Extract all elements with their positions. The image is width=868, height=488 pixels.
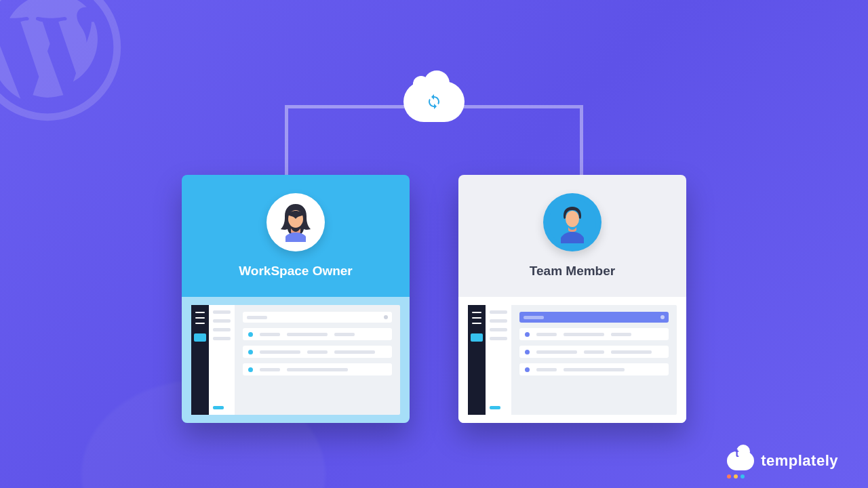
dark-sidebar	[468, 305, 486, 415]
light-sidebar	[209, 305, 235, 415]
cloud-sync-node	[403, 81, 465, 122]
dashboard-topbar	[243, 312, 392, 323]
dashboard-topbar	[519, 312, 669, 323]
dashboard-mock	[191, 305, 400, 415]
cloud-icon	[403, 81, 465, 122]
dashboard-main	[511, 305, 677, 415]
member-role-label: Team Member	[530, 264, 615, 279]
card-head: Team Member	[458, 175, 686, 297]
wordpress-watermark-icon	[0, 0, 122, 122]
list-row	[243, 363, 392, 375]
cards-container: WorkSpace Owner	[182, 175, 686, 423]
owner-avatar	[267, 193, 325, 251]
list-row	[519, 346, 669, 358]
female-avatar-icon	[272, 199, 319, 246]
brand-cloud-icon: t	[727, 451, 754, 470]
dashboard-main	[235, 305, 400, 415]
team-member-card: Team Member	[458, 175, 686, 423]
sync-icon	[426, 94, 442, 110]
member-avatar	[543, 193, 601, 251]
dark-sidebar	[191, 305, 209, 415]
workspace-owner-card: WorkSpace Owner	[182, 175, 410, 423]
brand-name: templately	[761, 452, 838, 470]
list-row	[519, 328, 669, 340]
owner-dashboard-preview	[182, 297, 410, 423]
member-dashboard-preview	[458, 297, 686, 423]
owner-role-label: WorkSpace Owner	[239, 264, 353, 279]
card-head: WorkSpace Owner	[182, 175, 410, 297]
list-row	[243, 346, 392, 358]
light-sidebar	[486, 305, 511, 415]
dashboard-mock	[468, 305, 677, 415]
male-avatar-icon	[549, 199, 596, 246]
svg-point-3	[566, 211, 579, 227]
sidebar-active-indicator	[471, 333, 483, 342]
sidebar-active-indicator	[194, 333, 206, 342]
list-row	[519, 363, 669, 375]
brand-logo: t templately	[727, 451, 838, 470]
list-row	[243, 328, 392, 340]
